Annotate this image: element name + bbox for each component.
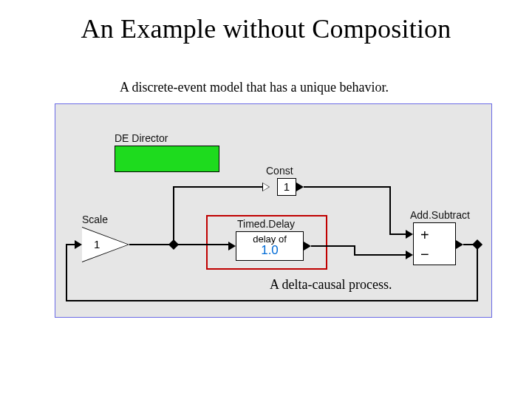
diagram-canvas: DE Director Scale 1 Const 1 Timed.Delay … [55, 103, 492, 318]
scale-value: 1 [94, 238, 100, 250]
wire-const-out-v [389, 186, 391, 234]
wire-feedback-down [477, 244, 478, 300]
add-plus-icon: + [420, 227, 429, 244]
scale-label: Scale [82, 214, 108, 225]
add-output-port-icon [456, 240, 463, 249]
timed-delay-block: delay of 1.0 [236, 231, 304, 261]
scale-input-port-icon [75, 240, 82, 249]
wire-feedback-to-scale [66, 244, 75, 245]
wire-up-to-const [173, 186, 174, 244]
slide-title: An Example without Composition [0, 13, 532, 44]
add-subtract-label: Add.Subtract [410, 209, 470, 221]
const-label: Const [266, 165, 293, 177]
wire-feedback-bottom [66, 300, 478, 301]
delta-caption: A delta-causal process. [270, 277, 392, 293]
wire-feedback-up [66, 244, 67, 301]
timed-delay-output-port-icon [304, 242, 311, 250]
scale-block-fill [82, 228, 128, 262]
const-output-port-icon [296, 183, 304, 191]
add-subtract-block [413, 222, 456, 265]
wire-delay-out-h1 [311, 245, 355, 247]
timed-delay-value: 1.0 [236, 243, 303, 258]
wire-const-out-h [304, 186, 389, 188]
timed-delay-label: Timed.Delay [237, 218, 295, 230]
slide-subtitle: A discrete-event model that has a unique… [120, 80, 389, 95]
timed-delay-input-port-icon [228, 242, 236, 250]
wire-to-const-trigger [173, 186, 262, 188]
slide: An Example without Composition A discret… [0, 0, 532, 399]
const-trigger-port-fill [263, 183, 269, 191]
add-minus-icon: − [420, 246, 429, 263]
add-minus-port-icon [406, 250, 413, 259]
wire-const-to-plus [389, 233, 406, 235]
add-plus-port-icon [406, 230, 413, 239]
const-block: 1 [277, 178, 296, 196]
wire-delay-to-minus [354, 254, 406, 256]
director-block [115, 146, 219, 172]
director-label: DE Director [115, 132, 168, 144]
